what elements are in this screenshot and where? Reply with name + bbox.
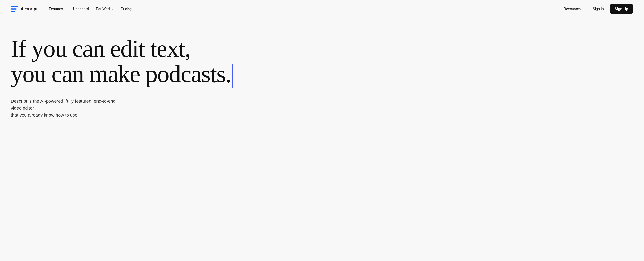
- svg-rect-2: [11, 10, 15, 12]
- hero-section: If you can edit text, you can make podca…: [0, 18, 336, 132]
- hero-headline: If you can edit text, you can make podca…: [11, 36, 233, 89]
- main-nav: descript Features Underlord For Work Pri…: [0, 0, 644, 18]
- nav-features[interactable]: Features: [46, 5, 69, 13]
- logo-text: descript: [21, 6, 38, 11]
- for-work-chevron-icon: [112, 8, 114, 10]
- hero-headline-line2: you can make podcasts.: [11, 61, 233, 89]
- svg-rect-0: [11, 6, 18, 7]
- logo-link[interactable]: descript: [11, 6, 38, 12]
- features-chevron-icon: [64, 8, 66, 10]
- nav-right: Resources Sign In Sign Up: [560, 4, 633, 14]
- nav-left: descript Features Underlord For Work Pri…: [11, 5, 135, 13]
- signup-button[interactable]: Sign Up: [610, 4, 633, 14]
- nav-underlord[interactable]: Underlord: [70, 5, 92, 13]
- resources-chevron-icon: [582, 8, 584, 10]
- hero-subtext: Descript is the AI-powered, fully featur…: [11, 98, 128, 119]
- nav-links-left: Features Underlord For Work Pricing: [46, 5, 135, 13]
- text-cursor: [232, 64, 233, 88]
- nav-resources[interactable]: Resources: [560, 5, 587, 13]
- nav-pricing[interactable]: Pricing: [118, 5, 135, 13]
- descript-logo-icon: [11, 6, 18, 12]
- hero-headline-line1: If you can edit text,: [11, 35, 190, 62]
- signin-button[interactable]: Sign In: [588, 5, 608, 13]
- svg-rect-1: [11, 8, 16, 10]
- nav-for-work[interactable]: For Work: [93, 5, 117, 13]
